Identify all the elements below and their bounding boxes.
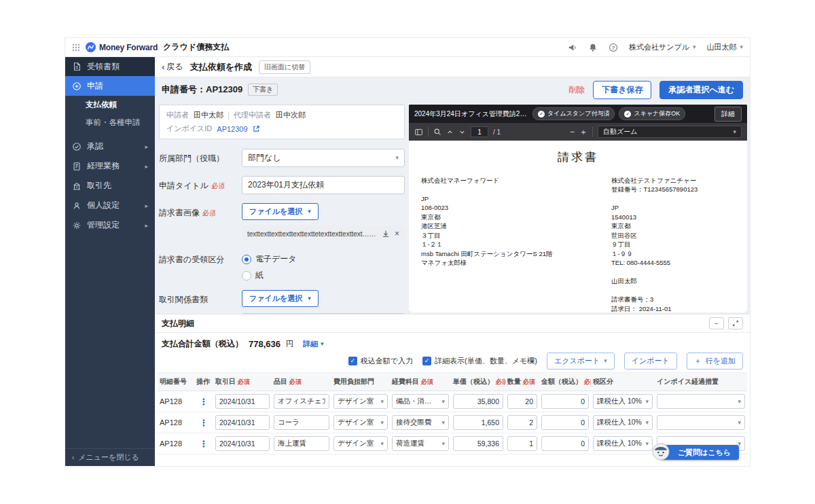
chevron-down-icon: ▾ <box>308 209 311 215</box>
tax-included-checkbox[interactable]: ✓ 税込金額で入力 <box>348 356 413 366</box>
zoom-out-icon[interactable]: − <box>570 128 575 136</box>
expense-account-select[interactable]: 備品・消…▾ <box>392 394 449 409</box>
row-menu-icon[interactable]: ⋮ <box>200 439 209 449</box>
collapse-menu-button[interactable]: ‹ メニューを閉じる <box>65 448 155 466</box>
chevron-down-icon: ▾ <box>441 441 445 447</box>
save-draft-button[interactable]: 下書き保存 <box>593 81 651 99</box>
app-launcher-icon[interactable] <box>72 43 80 52</box>
row-menu-icon[interactable]: ⋮ <box>200 418 209 428</box>
quantity-input[interactable] <box>507 436 537 451</box>
company-menu[interactable]: 株式会社サンプル ▾ <box>629 42 696 52</box>
item-input[interactable] <box>274 415 329 430</box>
pdf-detail-button[interactable]: 詳細 <box>714 107 742 122</box>
cost-department-select[interactable]: デザイン室▾ <box>333 415 388 430</box>
collapse-panel-button[interactable]: − <box>709 317 724 329</box>
download-icon[interactable] <box>382 230 390 238</box>
sidebar-item-received-documents[interactable]: 受領書類 <box>65 57 155 76</box>
zoom-in-icon[interactable]: ＋ <box>579 128 587 136</box>
department-field-row: 所属部門（役職） 部門なし ▾ <box>159 149 405 167</box>
invoice-id-link[interactable]: AP12309 <box>217 125 247 133</box>
applicant-name: 田中太郎 <box>194 110 223 120</box>
pdf-page-input[interactable] <box>471 126 488 137</box>
quantity-input[interactable] <box>507 394 537 409</box>
delete-button[interactable]: 削除 <box>568 84 585 96</box>
external-link-icon[interactable] <box>253 125 260 132</box>
next-page-icon[interactable] <box>458 128 466 136</box>
export-button[interactable]: エクスポート ▾ <box>547 353 615 370</box>
expense-account-select[interactable]: 接待交際費▾ <box>392 415 449 430</box>
page-toolbar: ‹ 戻る 支払依頼を作成 旧画面に切替 <box>155 57 750 77</box>
amount-input[interactable] <box>541 415 589 430</box>
chevron-down-icon: ▾ <box>308 295 311 302</box>
zoom-select[interactable]: 自動ズーム ▾ <box>598 126 742 138</box>
required-mark: 必須 <box>211 180 225 191</box>
add-row-button[interactable]: ＋ 行を追加 <box>687 353 743 370</box>
search-icon[interactable] <box>433 128 441 136</box>
tax-category-select[interactable]: 課税仕入 10%▾ <box>593 394 653 409</box>
previous-page-icon[interactable] <box>446 128 454 136</box>
cost-department-select[interactable]: デザイン室▾ <box>333 436 388 451</box>
timestamp-badge: ✓ タイムスタンプ付与済 <box>532 107 615 120</box>
tax-category-select[interactable]: 課税仕入 10%▾ <box>593 415 653 430</box>
detail-display-checkbox[interactable]: ✓ 詳細表示(単価、数量、メモ欄) <box>422 356 537 366</box>
user-menu[interactable]: 山田太郎 ▾ <box>706 42 743 52</box>
app-window: Money Forward クラウド債務支払 ? 株式会社サンプル ▾ 山田太郎… <box>65 38 750 466</box>
amount-input[interactable] <box>541 394 589 409</box>
pdf-header: 2024年3月24日オフィス管理費請202410-… .pdf ✓ タイムスタン… <box>409 105 747 123</box>
sidebar-item-admin-settings[interactable]: 管理設定 ▸ <box>65 215 155 235</box>
help-icon[interactable]: ? <box>609 43 618 52</box>
collapse-menu-label: メニューを閉じる <box>78 452 139 463</box>
sidebar-item-personal-settings[interactable]: 個人設定 ▸ <box>65 196 155 215</box>
sidebar-item-partners[interactable]: 取引先 <box>65 176 155 196</box>
brand-name: Money Forward <box>99 43 158 52</box>
payment-details-table: 明細番号 操作 取引日 必須 品目 必須 費用負担部門 経費科目 必須 単価（税… <box>158 372 747 454</box>
logo-mark-icon <box>86 42 96 52</box>
switch-old-screen-button[interactable]: 旧画面に切替 <box>259 60 310 74</box>
unit-price-input[interactable] <box>453 436 503 451</box>
sidebar-item-application[interactable]: 申請 <box>65 76 155 96</box>
currency-unit: 円 <box>286 339 293 349</box>
sidebar-item-accounting[interactable]: 経理業務 ▸ <box>65 156 155 176</box>
unit-price-input[interactable] <box>453 415 503 430</box>
cost-department-select[interactable]: デザイン室▾ <box>333 394 388 409</box>
row-menu-icon[interactable]: ⋮ <box>200 397 209 407</box>
radio-paper[interactable]: 紙 <box>242 270 405 281</box>
announcements-icon[interactable] <box>568 43 577 52</box>
radio-digital-data[interactable]: 電子データ <box>242 253 405 265</box>
transaction-date-input[interactable] <box>215 436 270 451</box>
chevron-left-icon: ‹ <box>162 62 164 72</box>
detail-row: AP128 ⋮ デザイン室▾ 備品・消…▾ 課税仕入 10%▾ ▾ <box>158 391 747 412</box>
item-input[interactable] <box>274 394 329 409</box>
remove-file-icon[interactable]: × <box>395 230 399 238</box>
item-input[interactable] <box>274 436 329 451</box>
tax-category-select[interactable]: 課税仕入 10%▾ <box>593 436 653 451</box>
sidebar-item-other-applications[interactable]: 事前・各種申請 <box>65 113 155 131</box>
global-header: Money Forward クラウド債務支払 ? 株式会社サンプル ▾ 山田太郎… <box>65 38 750 57</box>
transaction-date-input[interactable] <box>215 415 270 430</box>
select-related-file-button[interactable]: ファイルを選択 ▾ <box>242 290 319 307</box>
amount-input[interactable] <box>541 436 589 451</box>
invoice-measure-select[interactable]: ▾ <box>657 415 745 430</box>
sidebar-item-payment-requests[interactable]: 支払依頼 <box>65 96 155 113</box>
request-title-input[interactable] <box>242 176 405 194</box>
invoice-measure-select[interactable]: ▾ <box>657 394 745 409</box>
select-invoice-file-button[interactable]: ファイルを選択 ▾ <box>242 203 319 220</box>
department-select[interactable]: 部門なし ▾ <box>242 149 405 167</box>
moneyforward-logo[interactable]: Money Forward <box>86 42 158 52</box>
expand-panel-button[interactable] <box>728 317 743 329</box>
sidebar-item-approval[interactable]: 承認 ▸ <box>65 137 155 156</box>
expense-account-select[interactable]: 荷造運賃▾ <box>392 436 449 451</box>
unit-price-input[interactable] <box>453 394 503 409</box>
related-documents-label: 取引関係書類 <box>159 294 208 306</box>
check-icon: ✓ <box>624 111 631 118</box>
import-button[interactable]: インポート <box>624 353 677 370</box>
help-chat-button[interactable]: ご質問はこちら <box>660 445 739 460</box>
quantity-input[interactable] <box>507 415 537 430</box>
sidebar-item-label: 承認 <box>87 141 103 152</box>
notifications-bell-icon[interactable] <box>588 43 598 52</box>
proceed-to-approver-button[interactable]: 承認者選択へ進む <box>659 81 743 99</box>
total-detail-link[interactable]: 詳細 ▾ <box>303 339 324 349</box>
back-button[interactable]: ‹ 戻る <box>162 61 183 73</box>
sidebar-toggle-icon[interactable] <box>414 128 423 137</box>
transaction-date-input[interactable] <box>215 394 270 409</box>
